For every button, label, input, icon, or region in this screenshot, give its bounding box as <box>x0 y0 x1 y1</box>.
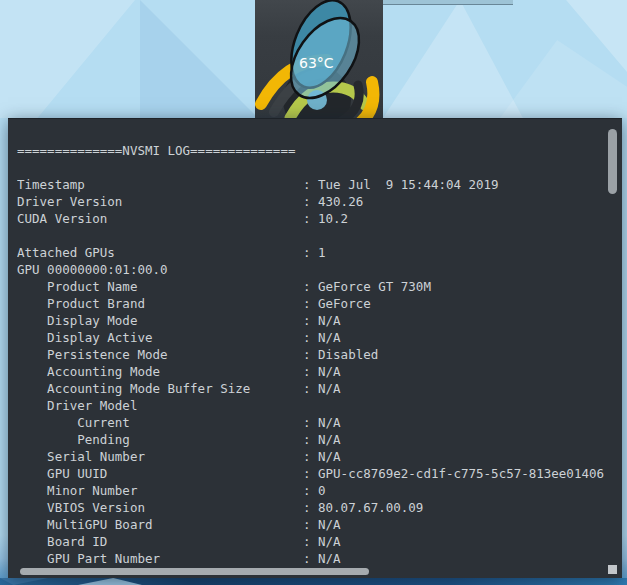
wallpaper-facet <box>500 40 627 118</box>
scrollbar-corner <box>608 565 617 574</box>
terminal-line: Driver Model <box>17 397 619 414</box>
screen: 63°C ==============NVSMI LOG============… <box>0 0 627 585</box>
terminal-line <box>17 159 619 176</box>
terminal-window[interactable]: ==============NVSMI LOG============== Ti… <box>8 118 622 578</box>
terminal-line: Serial Number : N/A <box>17 448 619 465</box>
wallpaper-facet <box>140 0 258 118</box>
wallpaper-facet <box>0 578 48 585</box>
terminal-line: Display Mode : N/A <box>17 312 619 329</box>
terminal-line <box>17 227 619 244</box>
terminal-line: Accounting Mode : N/A <box>17 363 619 380</box>
terminal-line: GPU UUID : GPU-cc8769e2-cd1f-c775-5c57-8… <box>17 465 619 482</box>
terminal-line: ==============NVSMI LOG============== <box>17 142 619 159</box>
terminal-line: GPU 00000000:01:00.0 <box>17 261 619 278</box>
nvidia-eye-logo: 63°C <box>255 0 383 118</box>
terminal-line: Timestamp : Tue Jul 9 15:44:04 2019 <box>17 176 619 193</box>
gpu-temperature-widget[interactable]: 63°C <box>255 0 383 118</box>
terminal-output[interactable]: ==============NVSMI LOG============== Ti… <box>17 142 619 564</box>
terminal-line: VBIOS Version : 80.07.67.00.09 <box>17 499 619 516</box>
terminal-line: Pending : N/A <box>17 431 619 448</box>
temperature-label: 63°C <box>299 55 334 71</box>
vertical-scrollbar[interactable] <box>608 129 617 194</box>
terminal-line: Current : N/A <box>17 414 619 431</box>
terminal-line: Product Name : GeForce GT 730M <box>17 278 619 295</box>
terminal-line: MultiGPU Board : N/A <box>17 516 619 533</box>
terminal-line: Attached GPUs : 1 <box>17 244 619 261</box>
wallpaper-facet <box>383 0 523 118</box>
terminal-line: Board ID : N/A <box>17 533 619 550</box>
terminal-line: Minor Number : 0 <box>17 482 619 499</box>
wallpaper-facet <box>78 578 142 585</box>
terminal-line: Product Brand : GeForce <box>17 295 619 312</box>
wallpaper-bottom-band <box>0 578 627 585</box>
terminal-line: Accounting Mode Buffer Size : N/A <box>17 380 619 397</box>
terminal-line: Driver Version : 430.26 <box>17 193 619 210</box>
horizontal-scrollbar[interactable] <box>20 568 369 575</box>
wallpaper-facet <box>0 0 150 118</box>
terminal-line: Persistence Mode : Disabled <box>17 346 619 363</box>
terminal-line: GPU Part Number : N/A <box>17 550 619 564</box>
terminal-line: Display Active : N/A <box>17 329 619 346</box>
terminal-line: CUDA Version : 10.2 <box>17 210 619 227</box>
